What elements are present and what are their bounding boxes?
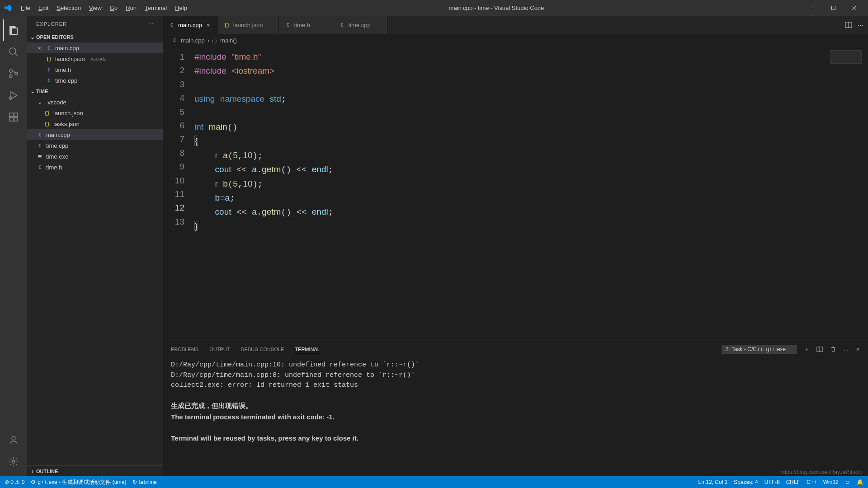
status-encoding[interactable]: UTF-8 [764,479,780,485]
activity-account[interactable] [3,429,24,451]
editor-more-icon[interactable]: ⋯ [858,22,863,28]
file-icon: C [168,21,175,28]
breadcrumb-symbol[interactable]: main() [220,37,237,44]
sidebar-title: EXPLORER [36,21,67,27]
svg-point-1 [9,48,16,54]
status-indent[interactable]: Spaces: 4 [734,479,758,485]
watermark: https://blog.csdn.net/RayJetStudio [780,469,863,475]
editor-tab[interactable]: Ctime.cpp× [333,16,387,34]
svg-point-2 [9,70,12,72]
svg-point-3 [9,75,12,78]
terminal-new-icon[interactable]: ＋ [804,346,809,353]
file-item[interactable]: ≡time.exe [27,151,163,162]
file-item[interactable]: {}tasks.json [27,118,163,129]
open-editors-header[interactable]: ⌄ OPEN EDITORS [27,32,163,42]
chevron-down-icon: ⌄ [29,88,36,94]
file-item[interactable]: {}launch.json [27,108,163,118]
open-editor-item[interactable]: {}launch.json.vscode [27,53,163,64]
window-title: main.cpp - time - Visual Studio Code [191,5,802,11]
menu-help[interactable]: Help [171,3,191,13]
code-editor[interactable]: #include "time.h" #include <iostream> us… [194,47,868,341]
file-icon: C [284,21,292,28]
menu-go[interactable]: Go [106,3,121,13]
panel-tab-problems[interactable]: PROBLEMS [171,345,198,354]
svg-rect-7 [14,113,18,117]
activity-debug[interactable] [3,84,24,106]
panel-close-icon[interactable]: ✕ [856,347,860,352]
menu-run[interactable]: Run [122,3,140,13]
editor-tab[interactable]: {}launch.json× [218,16,279,34]
svg-point-4 [15,72,18,75]
activity-settings[interactable] [3,451,24,473]
svg-point-10 [12,436,15,440]
file-icon: {} [43,120,51,127]
status-platform[interactable]: Win32 [823,479,839,485]
svg-rect-0 [831,6,835,10]
status-build[interactable]: ⚙ g++.exe - 生成和调试活动文件 (time) [31,479,126,486]
menu-edit[interactable]: Edit [35,3,52,13]
panel-maximize-icon[interactable]: ︿ [844,346,849,353]
panel-tab-debug-console[interactable]: DEBUG CONSOLE [241,345,284,354]
close-button[interactable] [844,1,864,15]
activity-extensions[interactable] [3,106,24,128]
chevron-right-icon: › [29,468,36,474]
status-problems[interactable]: ⊘ 0 ⚠ 0 [5,479,24,485]
open-editor-item[interactable]: Ctime.h [27,64,163,75]
menu-file[interactable]: File [17,3,34,13]
status-cursor[interactable]: Ln 12, Col 1 [698,479,728,485]
status-tabnine[interactable]: ↻ tabnine [132,479,156,485]
svg-rect-8 [9,117,13,121]
file-icon: {} [223,21,231,28]
file-icon: C [171,37,178,44]
menu-selection[interactable]: Selection [53,3,84,13]
terminal-trash-icon[interactable] [830,346,836,352]
chevron-down-icon: ⌄ [29,34,36,40]
activity-scm[interactable] [3,63,24,84]
file-item[interactable]: Ctime.cpp [27,140,163,151]
project-header[interactable]: ⌄ TIME [27,86,163,97]
panel-tab-terminal[interactable]: TERMINAL [295,345,320,354]
outline-header[interactable]: › OUTLINE [27,465,163,476]
file-icon: C [45,44,52,52]
breadcrumb-file[interactable]: main.cpp [181,37,205,44]
close-icon[interactable]: × [205,22,212,28]
file-item[interactable]: Cmain.cpp [27,129,163,140]
file-icon: C [36,142,43,149]
file-icon: {} [43,109,51,117]
minimize-button[interactable] [802,1,823,15]
open-editor-item[interactable]: ×Cmain.cpp [27,42,163,53]
activity-explorer[interactable] [3,19,24,41]
menu-view[interactable]: View [85,3,105,13]
file-icon: C [45,66,52,73]
file-icon: C [339,21,346,28]
svg-rect-6 [9,113,13,117]
status-language[interactable]: C++ [807,479,817,485]
activity-search[interactable] [3,41,24,63]
terminal-split-icon[interactable] [816,346,823,352]
menu-terminal[interactable]: Terminal [141,3,170,13]
file-icon: C [45,77,52,84]
file-icon: C [36,164,43,171]
svg-point-5 [9,97,12,99]
chevron-down-icon: ⌄ [36,99,43,105]
file-icon: C [36,131,43,138]
terminal-output[interactable]: D:/Ray/cpp/time/main.cpp:10: undefined r… [163,357,868,476]
editor-tab[interactable]: Cmain.cpp× [163,16,218,34]
vscode-logo-icon [4,4,12,12]
folder-item[interactable]: ⌄.vscode [27,97,163,108]
sidebar-more-icon[interactable]: ⋯ [148,21,154,27]
status-feedback-icon[interactable]: ☺ [845,479,850,485]
panel-tab-output[interactable]: OUTPUT [209,345,230,354]
minimap[interactable] [830,50,862,64]
editor-tab[interactable]: Ctime.h× [279,16,333,34]
open-editor-item[interactable]: Ctime.cpp [27,75,163,86]
line-number-gutter: 12345678910111213 [163,47,194,341]
file-icon: ≡ [36,153,43,160]
status-eol[interactable]: CRLF [786,479,800,485]
maximize-button[interactable] [823,1,844,15]
status-notifications-icon[interactable]: 🔔 [857,479,863,485]
split-editor-icon[interactable] [845,21,852,28]
file-item[interactable]: Ctime.h [27,162,163,173]
terminal-select[interactable]: 2: Task - C/C++: g++.exe [722,345,797,354]
statusbar: ⊘ 0 ⚠ 0 ⚙ g++.exe - 生成和调试活动文件 (time) ↻ t… [0,476,868,488]
